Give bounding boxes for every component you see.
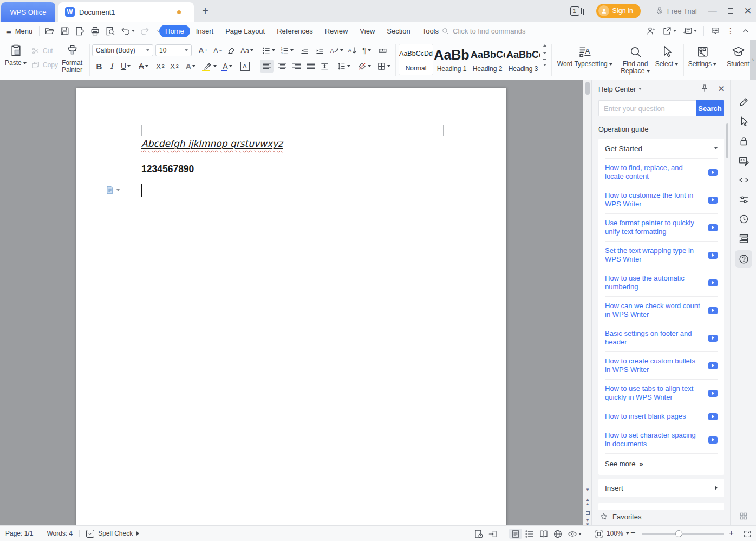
increase-indent-button[interactable] [313, 44, 326, 56]
close-button[interactable]: ✕ [744, 5, 752, 17]
play-video-button[interactable] [708, 335, 718, 342]
word-typesetting-button[interactable]: Word Typesetting [557, 43, 613, 68]
ribbon-tab[interactable]: View [354, 25, 381, 37]
show-formatting-marks-button[interactable]: ¶ [359, 44, 375, 56]
word-count[interactable]: Words: 4 [47, 530, 73, 537]
help-topic-row[interactable]: Use format painter to quickly unify text… [605, 213, 718, 241]
borders-button[interactable] [375, 60, 392, 73]
help-topic-link[interactable]: Use format painter to quickly unify text… [605, 219, 702, 236]
scrollbar-thumb[interactable] [585, 82, 590, 95]
style-gallery-item[interactable]: AaBb Heading 1 [434, 44, 469, 75]
help-topic-link[interactable]: How to create custom bullets in WPS Writ… [605, 357, 702, 374]
insert-section[interactable]: Insert [598, 479, 724, 497]
increase-font-size-button[interactable]: A+ [196, 44, 210, 56]
zoom-out-button[interactable]: − [630, 528, 635, 538]
help-topic-link[interactable]: How to insert blank pages [605, 412, 702, 421]
help-tool-active[interactable] [735, 250, 752, 268]
play-video-button[interactable] [708, 279, 718, 286]
zoom-level-button[interactable]: 100% [607, 530, 629, 537]
subscript-button[interactable]: X2 [168, 60, 181, 73]
cut-button[interactable]: Cut [31, 47, 53, 55]
pin-panel-icon[interactable] [700, 84, 709, 94]
bold-button[interactable]: B [93, 60, 105, 73]
close-panel-icon[interactable]: ✕ [718, 84, 725, 94]
document-page[interactable]: Abcdefgh ijklmnop qrstuvwxyz 1234567890 [76, 88, 506, 525]
italic-button[interactable]: I [107, 60, 116, 73]
align-left-button[interactable] [260, 60, 274, 73]
export-icon[interactable] [75, 26, 85, 36]
style-gallery-item[interactable]: AaBbCcDd Normal [399, 44, 433, 75]
select-browse-object-button[interactable] [583, 509, 592, 517]
share-button[interactable] [662, 26, 676, 36]
minimize-button[interactable]: — [708, 6, 717, 16]
more-options-icon[interactable]: ⋮ [727, 27, 734, 35]
character-border-button[interactable]: A [238, 60, 251, 73]
format-painter-button[interactable]: Format Painter [57, 42, 87, 74]
help-topic-row[interactable]: How to set character spacing in document… [605, 426, 718, 453]
play-video-button[interactable] [708, 252, 718, 259]
font-size-select[interactable]: 10 [155, 44, 192, 56]
comment-icon[interactable] [711, 26, 720, 36]
style-gallery-item[interactable]: AaBbCc Heading 2 [470, 44, 505, 75]
play-video-button[interactable] [708, 197, 718, 204]
document-text-line2[interactable]: 1234567890 [141, 164, 194, 175]
help-topic-row[interactable]: How to find, replace, and locate content [605, 158, 718, 186]
free-trial-button[interactable]: Free Trial [655, 6, 697, 15]
eye-protection-button[interactable] [566, 529, 583, 539]
new-tab-button[interactable]: + [198, 4, 212, 18]
ribbon-tab[interactable]: Section [381, 25, 416, 37]
strikethrough-button[interactable]: A [135, 60, 152, 73]
tag-button[interactable] [683, 26, 697, 36]
underline-button[interactable]: U [118, 60, 133, 73]
open-file-icon[interactable] [44, 26, 55, 36]
ribbon-tab[interactable]: Home [159, 25, 190, 37]
help-topic-link[interactable]: How to customize the font in WPS Writer [605, 191, 702, 208]
character-scaling-button[interactable] [328, 44, 344, 56]
protect-lock-tool[interactable] [737, 134, 750, 147]
copy-button[interactable]: Copy [31, 61, 58, 69]
ribbon-tab[interactable]: Page Layout [219, 25, 271, 37]
help-topic-row[interactable]: How to use tabs to align text quickly in… [605, 379, 718, 407]
paste-options-button[interactable] [106, 186, 120, 194]
fit-page-button[interactable] [594, 529, 604, 539]
decrease-font-size-button[interactable]: A− [211, 44, 224, 56]
send-to-device-icon[interactable] [487, 529, 498, 539]
paste-button[interactable]: Paste [3, 42, 28, 67]
see-more-link[interactable]: See more » [605, 453, 718, 475]
help-topic-link[interactable]: How to find, replace, and locate content [605, 164, 702, 181]
play-video-button[interactable] [708, 362, 718, 369]
style-gallery-item[interactable]: AaBbCc Heading 3 [506, 44, 540, 75]
play-video-button[interactable] [708, 224, 718, 231]
styles-more-icon[interactable] [543, 59, 546, 68]
play-video-button[interactable] [708, 390, 718, 397]
help-topic-row[interactable]: Basic settings on footer and header [605, 324, 718, 351]
text-effects-button[interactable]: A [183, 60, 198, 73]
sign-in-button[interactable]: Sign in [596, 4, 641, 18]
help-topic-row[interactable]: How to customize the font in WPS Writer [605, 186, 718, 213]
help-center-menu-icon[interactable] [638, 88, 642, 90]
help-topic-row[interactable]: How to create custom bullets in WPS Writ… [605, 351, 718, 379]
wps-office-home-button[interactable]: WPS Office [1, 2, 55, 22]
help-topic-row[interactable]: Set the text wrapping type in WPS Writer [605, 241, 718, 269]
ribbon-overflow-button[interactable]: › [750, 40, 756, 80]
document-text-line1[interactable]: Abcdefgh ijklmnop qrstuvwxyz [141, 138, 283, 149]
full-screen-button[interactable] [742, 529, 752, 539]
command-search-input[interactable] [453, 27, 539, 35]
task-timer-icon[interactable] [473, 529, 484, 539]
apps-grid-icon[interactable] [739, 511, 748, 521]
undo-button[interactable] [120, 26, 135, 36]
code-tool[interactable] [737, 173, 750, 186]
settings-button[interactable]: Settings [687, 43, 718, 68]
tab-stop-button[interactable] [376, 44, 389, 56]
redo-icon[interactable] [140, 26, 150, 36]
zoom-slider[interactable] [642, 533, 724, 535]
clear-formatting-button[interactable] [225, 44, 237, 56]
student-tools-button[interactable]: Student [725, 43, 752, 68]
ribbon-tab[interactable]: References [271, 25, 318, 37]
ribbon-tab[interactable]: Tools [416, 25, 445, 37]
font-name-select[interactable]: Calibri (Body) [92, 44, 153, 56]
history-tool[interactable] [737, 212, 750, 225]
menu-button[interactable]: ≡ Menu [6, 27, 32, 36]
command-search[interactable] [441, 27, 539, 35]
help-search-button[interactable]: Search [696, 100, 724, 116]
